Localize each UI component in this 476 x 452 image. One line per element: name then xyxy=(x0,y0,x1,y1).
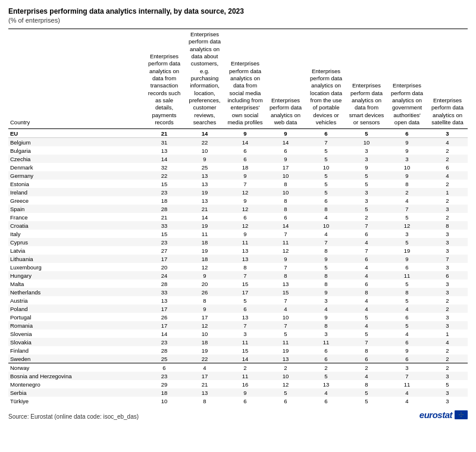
value-cell-1: 12 xyxy=(184,263,225,271)
country-cell: Poland xyxy=(8,305,144,313)
value-cell-3: 11 xyxy=(265,238,306,246)
value-cell-5: 4 xyxy=(346,238,387,246)
value-cell-6: 8 xyxy=(387,180,427,188)
value-cell-3: 14 xyxy=(265,221,306,230)
value-cell-0: 10 xyxy=(144,397,184,405)
value-cell-2: 12 xyxy=(225,205,265,213)
value-cell-5: 5 xyxy=(346,205,387,213)
value-cell-4: 5 xyxy=(306,171,346,180)
value-cell-1: 14 xyxy=(184,213,225,221)
value-cell-2: 17 xyxy=(225,288,265,296)
country-cell: Luxembourg xyxy=(8,263,144,271)
value-cell-2: 7 xyxy=(225,271,265,280)
country-cell: Czechia xyxy=(8,155,144,163)
value-cell-1: 19 xyxy=(184,246,225,255)
value-cell-4: 11 xyxy=(306,338,346,346)
value-cell-5: 3 xyxy=(346,188,387,196)
value-cell-5: 4 xyxy=(346,321,387,329)
table-row: Lithuania17181399697 xyxy=(8,255,468,263)
value-cell-4: 9 xyxy=(306,255,346,263)
value-cell-3: 11 xyxy=(265,338,306,346)
value-cell-7: 8 xyxy=(427,221,468,230)
value-cell-4: 5 xyxy=(306,263,346,271)
footer-area: Source: Eurostat (online data code: isoc… xyxy=(8,410,468,420)
value-cell-0: 17 xyxy=(144,305,184,313)
country-cell: Netherlands xyxy=(8,288,144,296)
value-cell-5: 10 xyxy=(346,138,387,147)
value-cell-5: 8 xyxy=(346,380,387,388)
value-cell-1: 17 xyxy=(184,313,225,321)
value-cell-2: 12 xyxy=(225,188,265,196)
value-cell-1: 19 xyxy=(184,346,225,354)
value-cell-0: 33 xyxy=(144,221,184,230)
value-cell-1: 20 xyxy=(184,280,225,288)
table-row: Denmark32251817109106 xyxy=(8,163,468,171)
table-row: Slovenia1410353541 xyxy=(8,329,468,338)
value-cell-2: 9 xyxy=(225,230,265,238)
value-cell-7: 4 xyxy=(427,171,468,180)
value-cell-5: 6 xyxy=(346,230,387,238)
value-cell-7: 2 xyxy=(427,146,468,155)
value-cell-4: 4 xyxy=(306,230,346,238)
value-cell-3: 9 xyxy=(265,129,306,138)
value-cell-5: 5 xyxy=(346,329,387,338)
value-cell-3: 10 xyxy=(265,313,306,321)
value-cell-2: 9 xyxy=(225,171,265,180)
value-cell-7: 3 xyxy=(427,397,468,405)
value-cell-2: 2 xyxy=(225,363,265,372)
value-cell-6: 6 xyxy=(387,313,427,321)
value-cell-3: 9 xyxy=(265,155,306,163)
value-cell-4: 2 xyxy=(306,363,346,372)
value-cell-3: 9 xyxy=(265,255,306,263)
value-cell-0: 17 xyxy=(144,255,184,263)
value-cell-0: 15 xyxy=(144,180,184,188)
value-cell-0: 23 xyxy=(144,338,184,346)
value-cell-2: 13 xyxy=(225,246,265,255)
value-cell-4: 9 xyxy=(306,313,346,321)
value-cell-5: 7 xyxy=(346,246,387,255)
table-row: Malta282015138653 xyxy=(8,280,468,288)
column-header-6: Enterprises perform data analytics on da… xyxy=(346,29,387,129)
value-cell-6: 5 xyxy=(387,296,427,305)
value-cell-3: 4 xyxy=(265,305,306,313)
value-cell-1: 9 xyxy=(184,271,225,280)
table-row: Germany22139105594 xyxy=(8,171,468,180)
table-row: Italy1511974633 xyxy=(8,230,468,238)
table-row: France2114664252 xyxy=(8,213,468,221)
value-cell-3: 5 xyxy=(265,388,306,397)
value-cell-0: 23 xyxy=(144,372,184,380)
country-cell: Malta xyxy=(8,280,144,288)
value-cell-3: 10 xyxy=(265,171,306,180)
value-cell-6: 9 xyxy=(387,255,427,263)
value-cell-7: 5 xyxy=(427,380,468,388)
value-cell-6: 2 xyxy=(387,188,427,196)
value-cell-6: 7 xyxy=(387,372,427,380)
value-cell-4: 7 xyxy=(306,138,346,147)
value-cell-1: 10 xyxy=(184,146,225,155)
value-cell-1: 18 xyxy=(184,338,225,346)
value-cell-1: 22 xyxy=(184,354,225,363)
value-cell-2: 6 xyxy=(225,146,265,155)
value-cell-1: 21 xyxy=(184,205,225,213)
table-row: Croatia33191214107128 xyxy=(8,221,468,230)
value-cell-2: 9 xyxy=(225,129,265,138)
table-row: Serbia1813954543 xyxy=(8,388,468,397)
value-cell-0: 21 xyxy=(144,129,184,138)
country-cell: Denmark xyxy=(8,163,144,171)
value-cell-2: 7 xyxy=(225,180,265,188)
country-cell: Germany xyxy=(8,171,144,180)
value-cell-6: 5 xyxy=(387,280,427,288)
value-cell-1: 26 xyxy=(184,288,225,296)
value-cell-5: 4 xyxy=(346,271,387,280)
value-cell-0: 23 xyxy=(144,238,184,246)
column-header-8: Enterprises perform data analytics on sa… xyxy=(427,29,468,129)
value-cell-0: 25 xyxy=(144,354,184,363)
value-cell-3: 7 xyxy=(265,230,306,238)
value-cell-2: 6 xyxy=(225,397,265,405)
value-cell-6: 6 xyxy=(387,263,427,271)
value-cell-4: 8 xyxy=(306,205,346,213)
country-cell: Romania xyxy=(8,321,144,329)
country-cell: EU xyxy=(8,129,144,138)
value-cell-7: 2 xyxy=(427,180,468,188)
value-cell-1: 11 xyxy=(184,230,225,238)
